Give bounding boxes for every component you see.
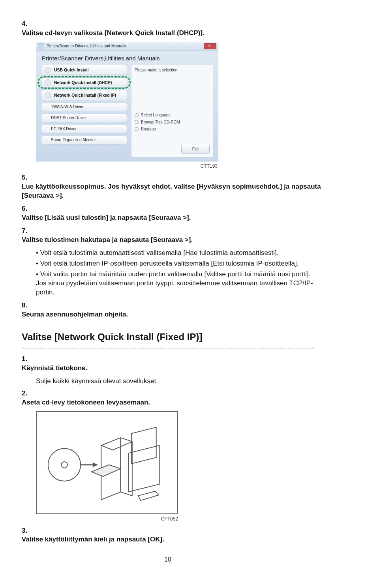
svg-marker-2 <box>93 462 98 467</box>
pcfax-driver-button[interactable]: PC FAX Driver <box>41 125 127 133</box>
panel-heading: Please make a selection. <box>135 67 210 73</box>
radio-icon <box>45 79 51 86</box>
bullet-item: Voit valita portin tai määrittää uuden p… <box>36 270 314 297</box>
radio-icon <box>45 67 51 73</box>
info-panel: Please make a selection. Select Language… <box>131 65 213 157</box>
step-7-bullets: Voit etsiä tulostimia automaattisesti va… <box>36 249 314 297</box>
step-text: Lue käyttöoikeussopimus. Jos hyväksyt eh… <box>22 182 336 200</box>
page-number: 10 <box>22 555 314 564</box>
usb-quick-install-button[interactable]: USB Quick Install <box>41 65 127 75</box>
exit-button[interactable]: Exit <box>181 145 210 154</box>
cd-insert-figure <box>36 411 178 515</box>
section-divider <box>22 348 314 348</box>
step-7: 7. Valitse tulostimen hakutapa ja napsau… <box>22 227 314 245</box>
button-label: Smart Organizing Monitor <box>51 137 96 143</box>
step-b1: 1. Käynnistä tietokone. <box>22 355 314 373</box>
link-label: Readme <box>141 126 156 132</box>
step-number: 4. <box>22 20 31 29</box>
ddst-driver-button[interactable]: DDST Printer Driver <box>41 114 127 122</box>
close-icon[interactable] <box>204 43 216 49</box>
step-b1-sub: Sulje kaikki käynnissä olevat sovellukse… <box>36 377 314 386</box>
step-text: Valitse [Lisää uusi tulostin] ja napsaut… <box>22 213 336 223</box>
step-text: Aseta cd-levy tietokoneen levyasemaan. <box>22 398 336 407</box>
step-b3: 3. Valitse käyttöliittymän kieli ja naps… <box>22 526 314 545</box>
step-text: Käynnistä tietokone. <box>22 364 336 373</box>
figure-code: CFT052 <box>22 516 178 522</box>
link-label: Browse This CD-ROM <box>141 120 180 125</box>
readme-link[interactable]: Readme <box>135 126 210 132</box>
step-6: 6. Valitse [Lisää uusi tulostin] ja naps… <box>22 204 314 223</box>
step-8: 8. Seuraa asennusohjelman ohjeita. <box>22 301 314 319</box>
window-titlebar: Printer/Scanner Drivers, Utilities and M… <box>36 42 218 51</box>
step-number: 7. <box>22 227 31 236</box>
button-label: Exit <box>192 146 199 152</box>
link-label: Select Language <box>141 112 171 118</box>
step-4: 4. Valitse cd-levyn valikosta [Network Q… <box>22 20 314 38</box>
step-number: 1. <box>22 355 31 364</box>
smart-monitor-button[interactable]: Smart Organizing Monitor <box>41 136 127 144</box>
step-number: 6. <box>22 204 31 213</box>
svg-point-0 <box>48 448 81 481</box>
cd-computer-icon <box>43 418 171 507</box>
app-icon <box>38 43 44 49</box>
step-number: 3. <box>22 526 31 536</box>
step-number: 2. <box>22 389 31 398</box>
step-b2: 2. Aseta cd-levy tietokoneen levyasemaan… <box>22 389 314 407</box>
button-label: DDST Printer Driver <box>51 115 86 121</box>
dialog-heading: Printer/Scanner Drivers,Utilities and Ma… <box>36 51 218 65</box>
step-text: Valitse tulostimen hakutapa ja napsauta … <box>22 236 336 245</box>
browse-cdrom-link[interactable]: Browse This CD-ROM <box>135 120 210 125</box>
bullet-item: Voit etsiä tulostimia automaattisesti va… <box>36 249 314 258</box>
network-dhcp-button[interactable]: Network Quick Install (DHCP) <box>41 77 127 88</box>
step-5: 5. Lue käyttöoikeussopimus. Jos hyväksyt… <box>22 173 314 200</box>
bullet-icon <box>135 120 139 124</box>
menu-column: USB Quick Install Network Quick Install … <box>41 65 127 157</box>
radio-icon <box>45 92 51 98</box>
window-title: Printer/Scanner Drivers, Utilities and M… <box>47 43 204 49</box>
svg-rect-3 <box>131 427 156 463</box>
step-text: Seuraa asennusohjelman ohjeita. <box>22 310 336 319</box>
figure-code: CTT193 <box>22 163 218 169</box>
bullet-icon <box>135 113 139 117</box>
select-language-link[interactable]: Select Language <box>135 112 210 118</box>
section-heading: Valitse [Network Quick Install (Fixed IP… <box>22 331 314 343</box>
button-label: TWAIN/WIA Driver <box>51 104 83 110</box>
step-number: 8. <box>22 301 31 310</box>
button-label: Network Quick Install (DHCP) <box>54 80 112 85</box>
network-fixed-ip-button[interactable]: Network Quick Install (Fixed IP) <box>41 90 127 100</box>
button-label: Network Quick Install (Fixed IP) <box>54 92 116 98</box>
step-text: Valitse käyttöliittymän kieli ja napsaut… <box>22 535 336 544</box>
bullet-item: Voit etsiä tulostimen IP-osoitteen perus… <box>36 259 314 268</box>
button-label: USB Quick Install <box>54 67 89 73</box>
installer-screenshot: Printer/Scanner Drivers, Utilities and M… <box>36 42 218 161</box>
svg-point-1 <box>61 461 68 468</box>
twain-driver-button[interactable]: TWAIN/WIA Driver <box>41 103 127 111</box>
bullet-icon <box>135 127 139 131</box>
step-text: Valitse cd-levyn valikosta [Network Quic… <box>22 29 336 38</box>
button-label: PC FAX Driver <box>51 126 77 132</box>
step-number: 5. <box>22 173 31 182</box>
